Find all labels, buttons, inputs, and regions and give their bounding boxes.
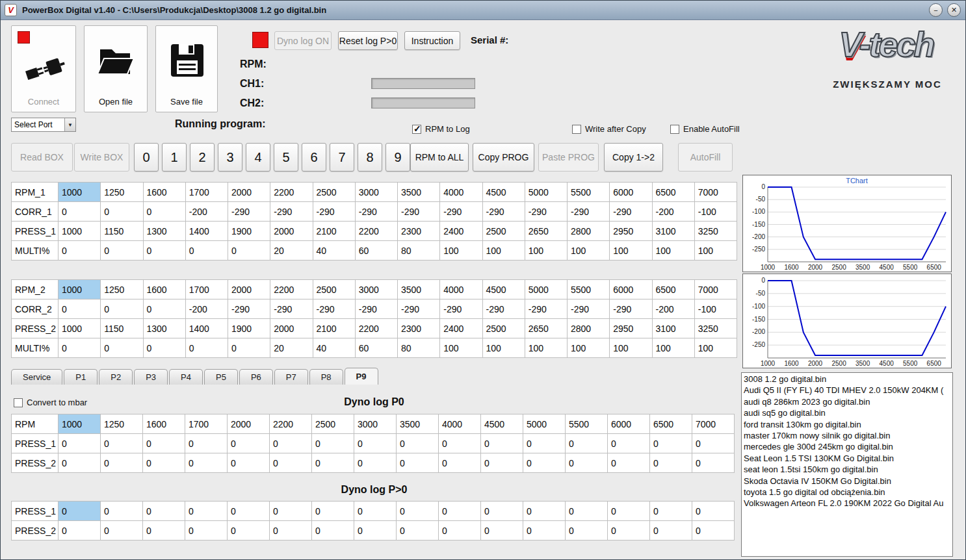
cell[interactable]: 1400	[185, 222, 228, 241]
cell[interactable]: 80	[398, 241, 440, 261]
cell[interactable]: 3100	[652, 222, 694, 241]
cell[interactable]: 0	[481, 502, 523, 521]
cell[interactable]: -290	[525, 299, 567, 319]
cell[interactable]: 0	[59, 338, 101, 358]
cell[interactable]: 20	[270, 338, 313, 358]
cell[interactable]: 2500	[312, 414, 354, 434]
cell[interactable]: 1600	[143, 280, 185, 299]
cell[interactable]: 1700	[185, 414, 228, 434]
cell[interactable]: -290	[398, 299, 440, 319]
cell[interactable]: -290	[313, 202, 355, 222]
cell[interactable]: 0	[143, 502, 185, 521]
cell[interactable]: 0	[228, 453, 270, 473]
cell[interactable]: 100	[525, 241, 567, 261]
cell[interactable]: 0	[354, 434, 397, 453]
cell[interactable]: -290	[398, 202, 440, 222]
cell[interactable]: 0	[397, 453, 439, 473]
cell[interactable]: 7000	[692, 414, 735, 434]
cell[interactable]: 0	[185, 434, 228, 453]
cell[interactable]: -100	[694, 299, 737, 319]
cell[interactable]: 1300	[143, 319, 185, 338]
cell[interactable]: 0	[143, 299, 185, 319]
cell[interactable]: 0	[566, 453, 608, 473]
cell[interactable]: -290	[440, 299, 482, 319]
cell[interactable]: 0	[143, 521, 185, 541]
cell[interactable]: 6000	[608, 414, 650, 434]
file-list-item[interactable]: toyota 1.5 go digital od obciążenia.bin	[742, 487, 952, 498]
cell[interactable]: -290	[228, 202, 270, 222]
cell[interactable]: 0	[523, 502, 566, 521]
cell[interactable]: -290	[270, 299, 313, 319]
cell[interactable]: 2950	[610, 319, 652, 338]
cell[interactable]: 80	[398, 338, 440, 358]
cell[interactable]: 0	[228, 521, 270, 541]
cell[interactable]: 2000	[228, 280, 270, 299]
cell[interactable]: 100	[610, 241, 652, 261]
cell[interactable]: 100	[652, 241, 694, 261]
cell[interactable]: 40	[313, 338, 355, 358]
file-list-item[interactable]: Seat Leon 1.5 TSI 130KM Go Digital.bin	[742, 453, 952, 464]
cell[interactable]: 0	[270, 453, 312, 473]
cell[interactable]: 1400	[185, 319, 228, 338]
cell[interactable]: 100	[568, 338, 610, 358]
cell[interactable]: 3500	[398, 280, 440, 299]
cell[interactable]: 5500	[568, 280, 610, 299]
cell[interactable]: 100	[482, 338, 525, 358]
cell[interactable]: 0	[101, 521, 143, 541]
cell[interactable]: 5000	[525, 280, 567, 299]
cell[interactable]: -290	[610, 299, 652, 319]
cell[interactable]: 1900	[228, 222, 270, 241]
cell[interactable]: 0	[185, 453, 228, 473]
cell[interactable]: 100	[568, 241, 610, 261]
cell[interactable]: 0	[59, 434, 101, 453]
cell[interactable]: 60	[355, 241, 397, 261]
file-list-item[interactable]: audi q8 286km 2023 go digital.bin	[742, 396, 952, 407]
cell[interactable]: 1000	[59, 183, 101, 202]
cell[interactable]: 6000	[610, 183, 652, 202]
cell[interactable]: 0	[354, 453, 397, 473]
cell[interactable]: 3500	[398, 183, 440, 202]
checkbox-box[interactable]	[412, 125, 421, 134]
file-list-item[interactable]: mercedes gle 300d 245km go digital.bin	[742, 441, 952, 452]
cell[interactable]: 0	[143, 434, 185, 453]
digit-button-6[interactable]: 6	[302, 143, 326, 172]
cell[interactable]: 0	[101, 502, 143, 521]
read-box-button[interactable]: Read BOX	[11, 143, 73, 172]
minimize-button[interactable]: −	[929, 3, 943, 17]
cell[interactable]: 20	[270, 241, 313, 261]
cell[interactable]: -290	[610, 202, 652, 222]
write-box-button[interactable]: Write BOX	[74, 143, 129, 172]
cell[interactable]: 100	[440, 338, 482, 358]
cell[interactable]: 0	[692, 434, 735, 453]
cell[interactable]: 0	[228, 338, 270, 358]
cell[interactable]: -290	[355, 299, 397, 319]
cell[interactable]: 0	[566, 521, 608, 541]
cell[interactable]: 2650	[525, 319, 567, 338]
cell[interactable]: 100	[482, 241, 525, 261]
digit-button-7[interactable]: 7	[330, 143, 354, 172]
cell[interactable]: 0	[566, 502, 608, 521]
cell[interactable]: 0	[312, 434, 354, 453]
cell[interactable]: 3000	[354, 414, 397, 434]
cell[interactable]: 2800	[568, 319, 610, 338]
cell[interactable]: 1150	[101, 319, 143, 338]
cell[interactable]: 0	[439, 453, 481, 473]
cell[interactable]: 100	[525, 338, 567, 358]
cell[interactable]: 3500	[397, 414, 439, 434]
cell[interactable]: 1700	[185, 280, 228, 299]
cell[interactable]: 5000	[525, 183, 567, 202]
cell[interactable]: 2200	[355, 222, 397, 241]
cell[interactable]: 0	[523, 521, 566, 541]
cell[interactable]: 0	[481, 521, 523, 541]
cell[interactable]: -290	[482, 202, 525, 222]
cell[interactable]: 1000	[59, 414, 101, 434]
cell[interactable]: 2200	[355, 319, 397, 338]
cell[interactable]: 0	[143, 241, 185, 261]
cell[interactable]: 0	[59, 202, 101, 222]
cell[interactable]: 0	[650, 453, 692, 473]
cell[interactable]: 60	[355, 338, 397, 358]
cell[interactable]: 1000	[59, 319, 101, 338]
cell[interactable]: 1250	[101, 183, 143, 202]
cell[interactable]: 40	[313, 241, 355, 261]
cell[interactable]: 7000	[694, 183, 737, 202]
